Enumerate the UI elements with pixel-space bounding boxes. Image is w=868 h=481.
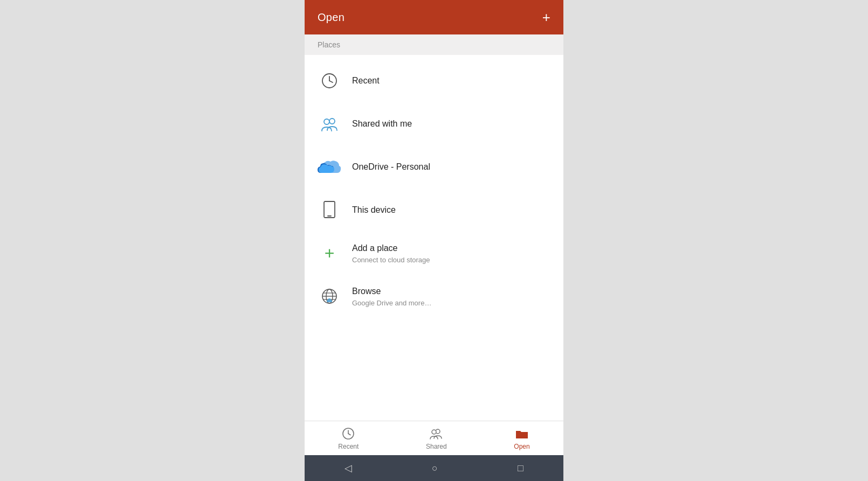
- add-place-sublabel: Connect to cloud storage: [352, 256, 430, 264]
- nav-open-icon: [515, 427, 529, 441]
- places-section: Places: [305, 34, 563, 55]
- nav-recent-label: Recent: [338, 443, 359, 450]
- onedrive-text: OneDrive - Personal: [352, 161, 430, 173]
- svg-point-4: [324, 119, 329, 124]
- menu-item-recent[interactable]: Recent: [305, 59, 563, 102]
- recent-label: Recent: [352, 75, 380, 87]
- system-bar: ◁ ○ □: [305, 455, 563, 481]
- menu-list: Recent Shared with me: [305, 55, 563, 421]
- menu-item-this-device[interactable]: This device: [305, 189, 563, 232]
- browse-label: Browse: [352, 285, 431, 297]
- nav-shared-label: Shared: [426, 443, 447, 450]
- onedrive-label: OneDrive - Personal: [352, 161, 430, 173]
- add-button[interactable]: +: [542, 10, 550, 24]
- nav-open-label: Open: [514, 443, 529, 450]
- add-place-icon: +: [318, 241, 341, 265]
- svg-rect-5: [324, 201, 335, 218]
- nav-shared-icon: [429, 427, 443, 441]
- add-place-text: Add a place Connect to cloud storage: [352, 242, 430, 263]
- svg-point-3: [329, 118, 335, 124]
- system-home-button[interactable]: ○: [432, 463, 438, 474]
- add-place-label: Add a place: [352, 242, 430, 254]
- phone-container: Open + Places Recent: [305, 0, 563, 481]
- svg-line-14: [348, 434, 350, 435]
- header: Open +: [305, 0, 563, 34]
- recent-text: Recent: [352, 75, 380, 87]
- menu-item-browse[interactable]: Browse Google Drive and more…: [305, 275, 563, 318]
- bottom-nav: Recent Shared Open: [305, 421, 563, 455]
- nav-recent-icon: [341, 427, 355, 441]
- globe-icon: [318, 284, 341, 308]
- menu-item-add-place[interactable]: + Add a place Connect to cloud storage: [305, 232, 563, 275]
- nav-item-shared[interactable]: Shared: [413, 422, 460, 455]
- this-device-label: This device: [352, 204, 396, 216]
- this-device-text: This device: [352, 204, 396, 216]
- nav-item-recent[interactable]: Recent: [325, 422, 371, 455]
- header-title: Open: [318, 11, 345, 24]
- browse-sublabel: Google Drive and more…: [352, 299, 431, 307]
- onedrive-cloud-icon: [318, 155, 341, 179]
- shared-with-me-label: Shared with me: [352, 118, 412, 130]
- places-label: Places: [318, 40, 340, 49]
- nav-item-open[interactable]: Open: [501, 422, 542, 455]
- clock-icon: [318, 69, 341, 93]
- device-icon: [318, 198, 341, 222]
- svg-point-16: [432, 430, 436, 434]
- svg-line-2: [329, 81, 333, 82]
- menu-item-shared-with-me[interactable]: Shared with me: [305, 102, 563, 145]
- people-icon: [318, 112, 341, 136]
- shared-with-me-text: Shared with me: [352, 118, 412, 130]
- menu-item-onedrive[interactable]: OneDrive - Personal: [305, 145, 563, 189]
- system-recents-button[interactable]: □: [518, 463, 523, 474]
- browse-text: Browse Google Drive and more…: [352, 285, 431, 306]
- system-back-button[interactable]: ◁: [345, 462, 352, 474]
